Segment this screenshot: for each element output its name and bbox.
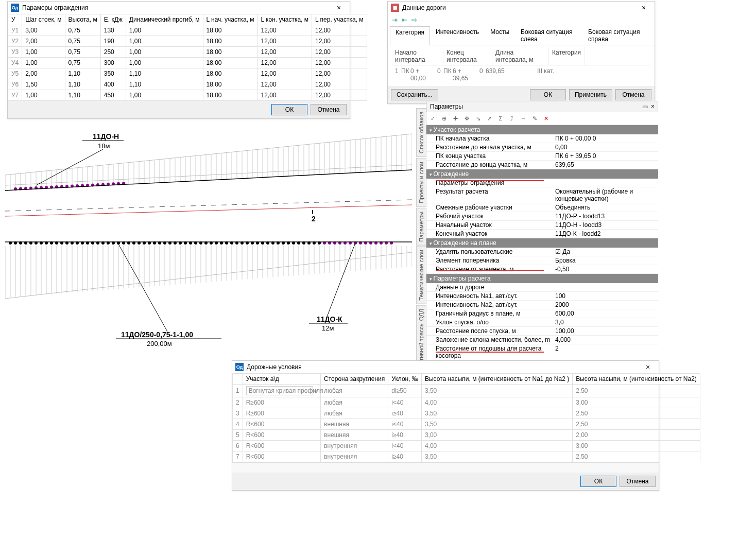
prop-row[interactable]: Уклон спуска, о/оо3,0 [426, 318, 658, 327]
prop-row[interactable]: ПК начала участкаПК 0 + 00,00 0 [426, 134, 658, 143]
tab-category[interactable]: Категория [390, 26, 430, 45]
prop-row[interactable]: Смежные рабочие участкиОбъединять [426, 203, 658, 212]
tool-icon-3[interactable]: ⇨ [411, 16, 417, 24]
fence-table[interactable]: УШаг стоек, мВысота, мE, кДжДинамический… [8, 14, 367, 101]
label-mid: 11ДО/250-0,75-1-1,00 [121, 330, 193, 339]
table-row[interactable]: У61,501,104001,1018,0012,0012,00 [8, 79, 367, 90]
prop-row[interactable]: Расстояние после спуска, м100,00 [426, 327, 658, 336]
label-top-sub: 18м [98, 142, 110, 150]
cursor-icon[interactable]: ↘ [474, 114, 482, 123]
side-tab-projects[interactable]: Проекты и слои [416, 158, 426, 207]
cancel-button[interactable]: Отмена [620, 476, 656, 487]
cond-table[interactable]: Участок а\дСторона закругленияУклон, ‰Вы… [232, 373, 700, 462]
road-title: Данные дороги [402, 4, 636, 11]
side-tab-themes[interactable]: Тематические слои [416, 246, 426, 304]
tool-icon-2[interactable]: ⇤ [402, 16, 407, 24]
cancel-button[interactable]: Отмена [615, 89, 651, 100]
tool-icon-1[interactable]: ⇥ [392, 16, 398, 24]
fence-title: Парамеры ограждения [22, 4, 331, 11]
plus2-icon[interactable]: ✚ [451, 114, 459, 123]
leader-icon[interactable]: ⤴ [508, 114, 516, 123]
sigma-icon[interactable]: Σ [496, 114, 505, 123]
drawing-canvas: 11ДО-Н 18м 11ДО-К 12м 11ДО/250-0,75-1-1,… [5, 124, 412, 360]
red-underline-2 [436, 270, 544, 271]
close-button[interactable]: × [331, 4, 347, 12]
table-row[interactable]: 7R<600внутренняяi≥403,502,50 [233, 451, 700, 462]
prop-row[interactable]: ПК конца участкаПК 6 + 39,65 0 [426, 152, 658, 161]
apply-button[interactable]: Применить [569, 89, 612, 100]
label-k: 11ДО-К [317, 315, 342, 323]
section-header[interactable]: Ограждение [426, 169, 658, 179]
table-row[interactable]: 1Вогнутая кривая профиля ▾любаяdi≥503,50… [233, 385, 700, 397]
svg-line-268 [118, 244, 167, 332]
road-conditions-window: Од Дорожные условия × Участок а\дСторона… [232, 360, 659, 491]
center-mark: 2 [312, 215, 316, 223]
close-button[interactable]: × [640, 363, 656, 371]
table-row[interactable]: У41,000,753001,0018,0012,0012,00 [8, 58, 367, 68]
check-icon[interactable]: ✓ [428, 114, 437, 123]
tab-side-left[interactable]: Боковая ситуация слева [515, 26, 582, 45]
prop-row[interactable]: Результат расчетаОкончательный (рабочие … [426, 187, 658, 203]
cond-title: Дорожные условия [247, 363, 640, 371]
prop-row[interactable]: Граничный радиус в плане, м600,00 [426, 309, 658, 318]
table-row[interactable]: 6R<600внутренняяi<404,003,00 [233, 441, 700, 451]
svg-line-163 [5, 200, 412, 211]
cancel-button[interactable]: Отмена [311, 104, 347, 115]
prop-row[interactable]: Заложение склона местности, более, m4,00… [426, 336, 658, 344]
app-icon: Од [11, 4, 19, 12]
prop-row[interactable]: Данные о дороге [426, 283, 658, 292]
label-k-sub: 12м [322, 324, 334, 332]
red-underline-3 [436, 352, 544, 353]
section-header[interactable]: Параметры расчета [426, 274, 658, 283]
ok-button[interactable]: ОК [271, 104, 307, 115]
close-icon[interactable]: × [651, 103, 655, 110]
prop-row[interactable]: Рабочий участок11ДО-Р - loodd13 [426, 212, 658, 221]
picker-icon[interactable]: ✎ [530, 114, 539, 123]
move-icon[interactable]: ✥ [462, 114, 471, 123]
prop-row[interactable]: Удалять пользовательские☑ Да [426, 248, 658, 256]
prop-row[interactable]: Элемент поперечникаБровка [426, 256, 658, 265]
arrow-icon[interactable]: ↔ [519, 114, 527, 123]
side-tab-clouds[interactable]: Список облаков [416, 108, 426, 157]
delete-icon[interactable]: ✕ [542, 114, 550, 123]
side-tabs: Список облаков Проекты и слои Параметры … [416, 108, 426, 389]
dock-icon[interactable]: ▭ [642, 103, 648, 110]
table-row[interactable]: У31,000,752501,0018,0012,0012,00 [8, 47, 367, 58]
prop-row[interactable]: Конечный участок11ДО-К - loodd2 [426, 230, 658, 238]
section-header[interactable]: Участок расчета [426, 125, 658, 134]
plus-icon[interactable]: ⊕ [440, 114, 448, 123]
svg-line-162 [5, 205, 412, 216]
tab-bridges[interactable]: Мосты [485, 26, 515, 45]
prop-row[interactable]: Интенсивность Na2, авт./сут.2000 [426, 301, 658, 309]
table-row[interactable]: 3R≥600любаяi≥403,502,50 [233, 408, 700, 419]
side-tab-params[interactable]: Параметры [416, 208, 426, 246]
prop-row[interactable]: Расстояние до конца участка, м639,65 [426, 161, 658, 169]
save-button[interactable]: Сохранить... [391, 89, 438, 100]
table-row[interactable]: У13,000,751301,0018,0012,0012,00 [8, 25, 367, 36]
table-row[interactable]: 2R≥600любаяi<404,003,00 [233, 397, 700, 408]
prop-row[interactable]: Интенсивность Na1, авт./сут.100 [426, 292, 658, 301]
label-mid-sub: 200,00м [147, 340, 172, 347]
prop-row[interactable]: Расстояние до начала участка, м0,00 [426, 143, 658, 152]
fence-params-window: Од Парамеры ограждения × УШаг стоек, мВы… [7, 1, 350, 119]
table-row[interactable]: У52,001,103501,1018,0012,0012,00 [8, 68, 367, 79]
prop-row[interactable]: Начальный участок11ДО-Н - loodd3 [426, 221, 658, 230]
interval-row[interactable]: 1 ПК 0 + 00,00 0 ПК 6 + 39,65 0 639,65 I… [392, 65, 650, 84]
close-button[interactable]: × [636, 4, 651, 12]
select-icon[interactable]: ↗ [485, 114, 493, 123]
table-row[interactable]: У22,000,751901,0018,0012,0012,00 [8, 36, 367, 47]
tab-intensity[interactable]: Интенсивность [430, 26, 485, 45]
road-tabs: Категория Интенсивность Мосты Боковая си… [388, 26, 655, 45]
label-top: 11ДО-Н [93, 132, 119, 141]
properties-panel: Параметры ▭× ✓ ⊕ ✚ ✥ ↘ ↗ Σ ⤴ ↔ ✎ ✕ Участ… [426, 101, 658, 377]
tab-side-right[interactable]: Боковая ситуация справа [582, 26, 652, 45]
panel-title: Параметры [430, 103, 463, 110]
svg-line-267 [327, 243, 355, 317]
table-row[interactable]: У71,001,104501,0018,0012,0012,00 [8, 90, 367, 101]
table-row[interactable]: 5R<600внешняяi≥403,002,00 [233, 430, 700, 441]
red-underline-1 [436, 180, 544, 181]
section-header[interactable]: Ограждение на плане [426, 238, 658, 248]
ok-button[interactable]: ОК [580, 476, 616, 487]
table-row[interactable]: 4R<600внешняяi<403,502,50 [233, 419, 700, 430]
ok-button[interactable]: ОК [530, 89, 566, 100]
